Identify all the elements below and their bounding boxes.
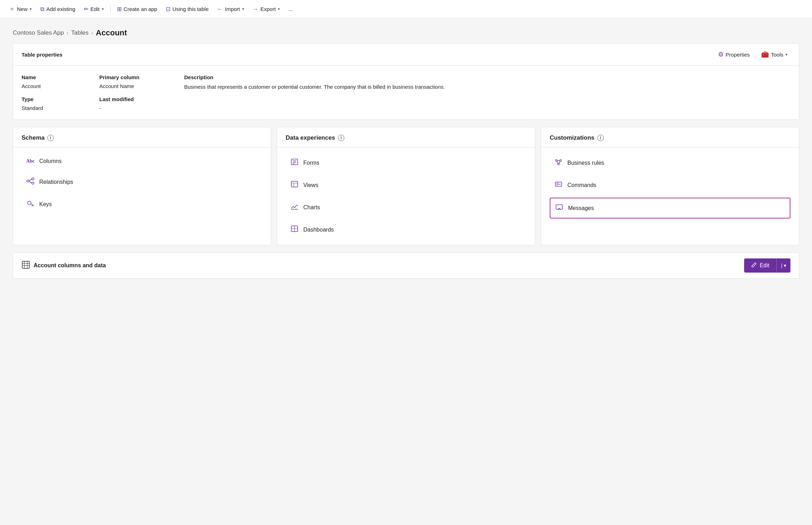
schema-body: Abc Columns Relationships (13, 147, 271, 220)
table-properties-header: Table properties ⚙ Properties 🧰 Tools ▾ (13, 43, 799, 66)
grid-icon (22, 261, 30, 270)
name-label: Name (22, 74, 99, 80)
bottom-bar-title: Account columns and data (22, 261, 106, 270)
prop-group-desc: Description Business that represents a c… (184, 74, 790, 111)
primary-col-value: Account Name (99, 83, 184, 89)
main-content: Table properties ⚙ Properties 🧰 Tools ▾ … (0, 43, 812, 291)
breadcrumb-area: Contoso Sales App › Tables › Account (0, 18, 812, 43)
desc-value: Business that represents a customer or p… (184, 83, 790, 91)
breadcrumb-tables[interactable]: Tables (71, 29, 88, 36)
svg-line-4 (29, 181, 32, 183)
schema-columns-item[interactable]: Abc Columns (22, 153, 262, 169)
properties-button[interactable]: ⚙ Properties (715, 49, 753, 60)
business-rules-item[interactable]: Business rules (550, 153, 790, 173)
schema-info-icon: i (47, 135, 54, 141)
breadcrumb-app[interactable]: Contoso Sales App (13, 29, 64, 36)
customizations-body: Business rules Commands (541, 147, 799, 224)
svg-point-20 (556, 160, 557, 162)
edit-icon: ✏ (84, 6, 88, 12)
breadcrumb-current: Account (96, 28, 127, 37)
schema-header: Schema i (13, 127, 271, 147)
charts-item[interactable]: Charts (286, 198, 526, 217)
data-experiences-body: Forms Views (277, 147, 535, 245)
three-col-section: Schema i Abc Columns (13, 127, 799, 245)
pencil-icon (751, 262, 757, 269)
views-item[interactable]: Views (286, 175, 526, 195)
import-chevron-icon: ▾ (242, 7, 244, 11)
new-button[interactable]: ＋ New ▾ (6, 3, 35, 15)
svg-line-24 (557, 161, 558, 163)
table-properties-body: Name Account Type Standard Primary colum… (13, 66, 799, 119)
properties-icon: ⚙ (718, 51, 724, 58)
edit-toolbar-button[interactable]: ✏ Edit ▾ (80, 4, 107, 14)
data-experiences-title: Data experiences (286, 134, 335, 141)
dashboards-icon (290, 225, 299, 234)
svg-point-0 (27, 180, 29, 182)
svg-point-21 (560, 160, 562, 162)
svg-rect-31 (22, 261, 29, 268)
breadcrumb-sep-1: › (67, 30, 69, 36)
using-table-icon: ⊡ (166, 6, 170, 12)
add-existing-button[interactable]: ⧉ Add existing (37, 4, 79, 14)
edit-chevron-button[interactable]: | ▾ (776, 258, 790, 273)
views-icon (290, 180, 299, 190)
svg-point-2 (32, 182, 34, 184)
columns-icon: Abc (26, 158, 35, 164)
name-value: Account (22, 83, 99, 89)
business-rules-icon (554, 158, 563, 168)
add-existing-icon: ⧉ (40, 6, 44, 12)
desc-label: Description (184, 74, 790, 80)
prop-group-name-type: Name Account Type Standard (22, 74, 99, 111)
table-properties-title: Table properties (22, 52, 63, 58)
prop-group-primary: Primary column Account Name Last modifie… (99, 74, 184, 111)
svg-line-3 (29, 179, 32, 181)
commands-icon (554, 180, 563, 190)
tools-button[interactable]: 🧰 Tools ▾ (758, 49, 790, 60)
data-experiences-card: Data experiences i Forms (277, 127, 535, 245)
create-app-button[interactable]: ⊞ Create an app (113, 4, 161, 14)
schema-keys-item[interactable]: Keys (22, 194, 262, 214)
messages-item[interactable]: Messages (550, 198, 790, 218)
forms-icon (290, 158, 299, 168)
svg-point-22 (558, 163, 560, 165)
relationships-icon (26, 177, 35, 187)
export-icon: → (253, 6, 258, 12)
import-button[interactable]: ← Import ▾ (214, 4, 248, 14)
last-modified-value: - (99, 105, 184, 111)
edit-chevron-icon: ▾ (102, 7, 104, 11)
data-experiences-info-icon: i (338, 135, 344, 141)
customizations-header: Customizations i (541, 127, 799, 147)
schema-card: Schema i Abc Columns (13, 127, 271, 245)
customizations-info-icon: i (597, 135, 604, 141)
commands-item[interactable]: Commands (550, 175, 790, 195)
svg-point-1 (32, 178, 34, 180)
breadcrumb-sep-2: › (91, 30, 93, 36)
keys-icon (26, 199, 35, 209)
type-value: Standard (22, 105, 99, 111)
bottom-bar: Account columns and data Edit | ▾ (13, 252, 799, 279)
data-experiences-header: Data experiences i (277, 127, 535, 147)
tools-chevron-icon: ▾ (785, 52, 788, 57)
charts-icon (290, 203, 299, 212)
export-chevron-icon: ▾ (278, 7, 280, 11)
primary-col-label: Primary column (99, 74, 184, 80)
toolbar-separator-1 (110, 5, 111, 13)
edit-main-button[interactable]: Edit (744, 258, 777, 273)
messages-icon (555, 203, 564, 213)
edit-dropdown-chevron-icon: | ▾ (781, 263, 786, 268)
more-button[interactable]: ... (285, 4, 297, 14)
schema-relationships-item[interactable]: Relationships (22, 172, 262, 192)
export-button[interactable]: → Export ▾ (249, 4, 284, 14)
svg-rect-13 (291, 181, 298, 187)
using-table-button[interactable]: ⊡ Using this table (162, 4, 212, 14)
tools-icon: 🧰 (761, 51, 769, 58)
forms-item[interactable]: Forms (286, 153, 526, 173)
breadcrumb: Contoso Sales App › Tables › Account (13, 28, 799, 37)
customizations-card: Customizations i Busi (541, 127, 799, 245)
customizations-title: Customizations (550, 134, 595, 141)
svg-rect-30 (556, 205, 562, 209)
edit-button-group: Edit | ▾ (744, 258, 790, 273)
new-icon: ＋ (9, 5, 15, 13)
dashboards-item[interactable]: Dashboards (286, 220, 526, 239)
schema-title: Schema (22, 134, 45, 141)
